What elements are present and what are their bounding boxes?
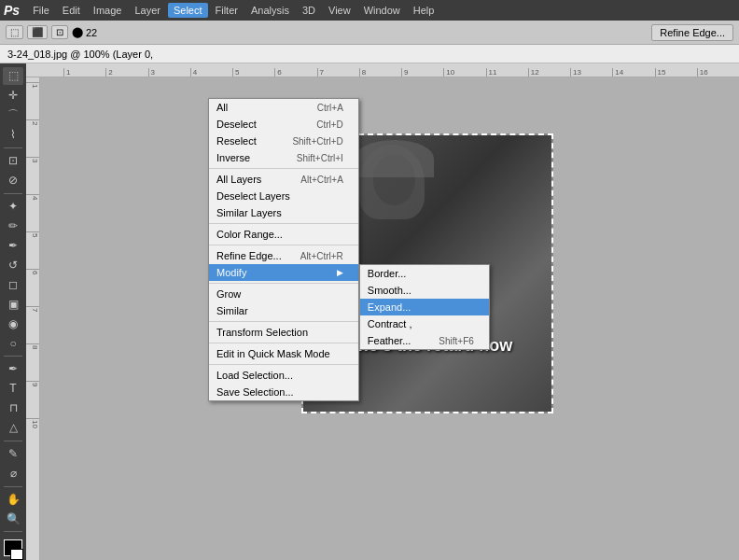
menu-file[interactable]: File [27,3,55,18]
brush-label: ⬤ [72,26,83,38]
submenu-item-border[interactable]: Border... [360,265,489,282]
ruler-h-tick: 7 [317,68,359,77]
ruler-h-tick: 14 [612,68,654,77]
ruler-v-tick: 3 [26,157,39,194]
tool-text[interactable]: T [3,380,23,398]
tool-zoom[interactable]: 🔍 [3,510,23,527]
ruler-h-tick: 9 [401,68,443,77]
tool-divider-1 [4,147,22,148]
menu-image[interactable]: Image [88,3,128,18]
menu-window[interactable]: Window [358,3,406,18]
tool-divider-6 [4,531,22,532]
ruler-v-tick: 7 [26,306,39,343]
tool-gradient[interactable]: ▣ [3,295,23,313]
ruler-v-tick: 9 [26,381,39,418]
submenu-item-smooth[interactable]: Smooth... [360,282,489,299]
ruler-h-tick: 6 [274,68,316,77]
tool-brush[interactable]: ✏ [3,217,23,234]
tool-pen[interactable]: ✒ [3,360,23,378]
menu-edit[interactable]: Edit [57,3,86,18]
menu-item-inverse[interactable]: Inverse Shift+Ctrl+I [209,149,358,166]
ruler-vertical: 1 2 3 4 5 6 7 8 9 10 [26,77,40,560]
submenu-item-feather[interactable]: Feather... Shift+F6 [360,332,489,349]
menu-item-all-layers[interactable]: All Layers Alt+Ctrl+A [209,171,358,188]
menu-item-quick-mask[interactable]: Edit in Quick Mask Mode [209,345,358,362]
tool-slice[interactable]: ⊘ [3,172,23,189]
menu-select[interactable]: Select [168,3,208,18]
menu-item-similar[interactable]: Similar [209,302,358,319]
menu-item-all[interactable]: All Ctrl+A [209,99,358,116]
ruler-h-tick: 8 [359,68,401,77]
menu-item-similar-layers[interactable]: Similar Layers [209,204,358,221]
select-dropdown: All Ctrl+A Deselect Ctrl+D Reselect Shif… [208,98,359,401]
submenu-item-contract[interactable]: Contract , [360,315,489,332]
separator-3 [209,245,358,245]
options-btn-3[interactable]: ⊡ [51,25,68,39]
submenu-arrow-modify: ▶ [337,268,343,277]
ruler-v-tick: 1 [26,82,39,119]
tool-heal[interactable]: ✦ [3,197,23,215]
menu-item-load-selection[interactable]: Load Selection... [209,367,358,384]
ruler-v-tick: 2 [26,119,39,157]
menu-item-transform-selection[interactable]: Transform Selection [209,324,358,341]
menu-item-deselect[interactable]: Deselect Ctrl+D [209,116,358,133]
tool-divider-3 [4,356,22,357]
modify-submenu: Border... Smooth... Expand... Contract , [359,264,490,350]
ruler-h-tick: 13 [570,68,612,77]
ruler-h-tick: 1 [63,68,105,77]
options-bar: ⬚ ⬛ ⊡ ⬤ 22 Refine Edge... [0,21,739,45]
ruler-h-tick: 15 [655,68,697,77]
menu-item-color-range[interactable]: Color Range... [209,226,358,243]
tool-lasso[interactable]: ⌒ [3,106,23,124]
tool-eraser[interactable]: ◻ [3,275,23,293]
toolbox: ⬚ ✛ ⌒ ⌇ ⊡ ⊘ ✦ ✏ ✒ ↺ ◻ ▣ ◉ ○ ✒ T ⊓ △ ✎ ⌀ … [0,63,26,560]
tool-blur[interactable]: ◉ [3,315,23,332]
tool-history[interactable]: ↺ [3,256,23,273]
tool-wand[interactable]: ⌇ [3,126,23,144]
tool-divider-2 [4,193,22,194]
ruler-horizontal: 1 2 3 4 5 6 7 8 9 10 11 12 13 14 15 16 [26,63,739,77]
tool-stamp[interactable]: ✒ [3,236,23,254]
tool-divider-5 [4,486,22,487]
app-logo: Ps [4,3,20,18]
tool-eyedropper[interactable]: ⌀ [3,465,23,483]
separator-6 [209,343,358,343]
menu-3d[interactable]: 3D [297,3,321,18]
tool-path[interactable]: ⊓ [3,399,23,417]
menu-analysis[interactable]: Analysis [245,3,295,18]
menu-item-refine-edge[interactable]: Refine Edge... Alt+Ctrl+R [209,247,358,264]
separator-2 [209,223,358,224]
menu-item-reselect[interactable]: Reselect Shift+Ctrl+D [209,133,358,149]
tool-move[interactable]: ✛ [3,87,23,105]
ruler-h-tick: 5 [232,68,274,77]
separator-5 [209,321,358,322]
tool-shape[interactable]: △ [3,419,23,437]
menu-view[interactable]: View [323,3,356,18]
options-btn-2[interactable]: ⬛ [27,25,48,39]
tool-hand[interactable]: ✋ [3,490,23,508]
main-area: ⬚ ✛ ⌒ ⌇ ⊡ ⊘ ✦ ✏ ✒ ↺ ◻ ▣ ◉ ○ ✒ T ⊓ △ ✎ ⌀ … [0,63,739,560]
menu-item-save-selection[interactable]: Save Selection... [209,384,358,400]
menu-layer[interactable]: Layer [129,3,166,18]
brush-size: ⬤ 22 [72,26,97,38]
tool-notes[interactable]: ✎ [3,445,23,463]
tool-crop[interactable]: ⊡ [3,152,23,170]
ruler-h-tick: 10 [443,68,485,77]
background-color[interactable] [10,549,23,560]
menu-filter[interactable]: Filter [210,3,244,18]
submenu-item-expand[interactable]: Expand... [360,299,489,315]
options-btn-1[interactable]: ⬚ [6,25,23,39]
ruler-v-tick: 10 [26,418,39,455]
tool-dodge[interactable]: ○ [3,334,23,352]
menu-item-grow[interactable]: Grow [209,286,358,302]
menu-help[interactable]: Help [408,3,440,18]
refine-edge-button[interactable]: Refine Edge... [651,24,733,41]
tool-divider-4 [4,441,22,441]
menu-item-deselect-layers[interactable]: Deselect Layers [209,188,358,204]
ruler-v-tick: 6 [26,269,39,306]
tool-marquee[interactable]: ⬚ [3,67,23,85]
menu-item-modify[interactable]: Modify ▶ [209,264,358,281]
ruler-h-tick: 12 [528,68,570,77]
ruler-h-tick: 3 [148,68,190,77]
ruler-v-tick: 8 [26,343,39,381]
